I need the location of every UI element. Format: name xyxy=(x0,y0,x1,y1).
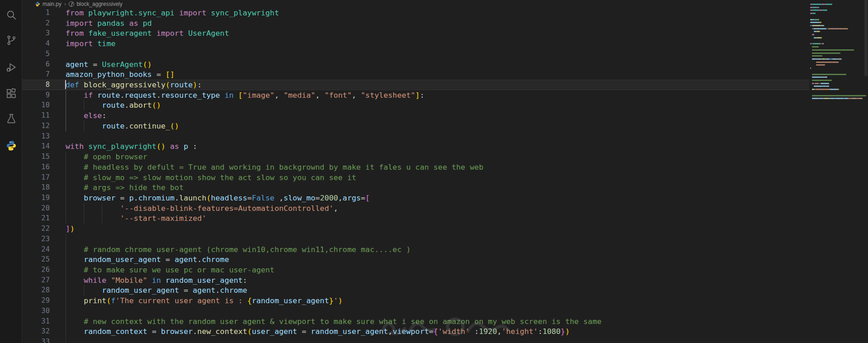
line-number: 8 xyxy=(22,80,50,90)
code-line-content: random_user_agent = agent.chrome xyxy=(66,254,809,265)
indent-guide xyxy=(66,193,66,203)
code-line[interactable]: 27 while "Mobile" in random_user_agent: xyxy=(22,275,809,286)
code-line[interactable]: 24 # random chrome user-agent (chrome wi… xyxy=(22,244,809,255)
line-number: 10 xyxy=(22,100,50,110)
indent-guide xyxy=(66,213,66,224)
extensions-icon[interactable] xyxy=(5,87,18,100)
indent-guide xyxy=(66,275,66,286)
code-line-content: if route.request.resource_type in ["imag… xyxy=(66,90,809,100)
breadcrumb-file[interactable]: main.py xyxy=(42,1,61,7)
code-line[interactable]: 33 xyxy=(22,337,809,343)
minimap-line xyxy=(810,52,840,54)
code-line[interactable]: 12 route.continue_() xyxy=(22,121,809,131)
minimap-line xyxy=(810,58,842,60)
minimap-line xyxy=(810,34,814,35)
code-line[interactable]: 16 # headless by defult = True and worki… xyxy=(22,162,809,172)
indent-guide xyxy=(84,203,84,214)
indent-guide xyxy=(84,100,84,110)
code-line[interactable]: 1from playwright.sync_api import sync_pl… xyxy=(22,8,809,18)
code-line-content: browser = p.chromium.launch(headless=Fal… xyxy=(66,193,809,203)
minimap-line xyxy=(810,86,829,87)
minimap-line xyxy=(810,28,848,29)
code-line[interactable]: 32 random_context = browser.new_context(… xyxy=(22,326,809,337)
code-line[interactable]: 9 if route.request.resource_type in ["im… xyxy=(22,90,809,100)
source-control-icon[interactable] xyxy=(5,34,18,47)
code-line-content: agent = UserAgent() xyxy=(66,59,809,70)
breadcrumb-symbol[interactable]: block_aggressively xyxy=(76,1,122,7)
code-line[interactable]: 28 random_user_agent = agent.chrome xyxy=(22,285,809,295)
code-line[interactable]: 26 # to make sure we use pc or mac user-… xyxy=(22,265,809,275)
code-line-content: route.continue_() xyxy=(66,121,809,131)
line-number: 5 xyxy=(22,49,50,59)
code-line-content: '--disable-blink-features=AutomationCont… xyxy=(66,203,809,214)
minimap-line xyxy=(810,95,866,96)
code-line-content: # open browser xyxy=(66,152,809,162)
line-number: 26 xyxy=(22,265,50,275)
code-area[interactable]: 1from playwright.sync_api import sync_pl… xyxy=(22,8,809,343)
code-line[interactable]: 31 # new context with the random user ag… xyxy=(22,316,809,327)
code-line-content xyxy=(66,131,809,142)
code-line[interactable]: 13 xyxy=(22,131,809,142)
code-line[interactable]: 19 browser = p.chromium.launch(headless=… xyxy=(22,193,809,203)
indent-guide xyxy=(66,162,66,172)
code-line-content: while "Mobile" in random_user_agent: xyxy=(66,275,809,286)
line-number: 21 xyxy=(22,213,50,224)
code-line[interactable]: 10 route.abort() xyxy=(22,100,809,110)
line-number: 4 xyxy=(22,38,50,49)
code-line[interactable]: 29 print(f'The current user agent is : {… xyxy=(22,295,809,306)
code-line[interactable]: 4import time xyxy=(22,38,809,49)
code-line[interactable]: 15 # open browser xyxy=(22,152,809,162)
code-line[interactable]: 2import pandas as pd xyxy=(22,18,809,29)
indent-guide xyxy=(66,265,66,275)
code-line-content: # slow_mo => slow motion show the act sl… xyxy=(66,172,809,183)
indent-guide xyxy=(102,213,102,224)
code-line[interactable]: 5 xyxy=(22,49,809,59)
code-line[interactable]: 25 random_user_agent = agent.chrome xyxy=(22,254,809,265)
code-line[interactable]: 3from fake_useragent import UserAgent xyxy=(22,28,809,38)
code-line-content: # to make sure we use pc or mac user-age… xyxy=(66,265,809,275)
python-extension-icon[interactable] xyxy=(5,139,18,152)
indent-guide xyxy=(84,285,84,295)
line-number: 1 xyxy=(22,8,50,18)
minimap-line xyxy=(810,37,822,38)
run-debug-icon[interactable] xyxy=(5,61,18,74)
code-line-content: # new context with the random user agent… xyxy=(66,316,809,327)
code-line[interactable]: 6agent = UserAgent() xyxy=(22,59,809,70)
code-line[interactable]: 30 xyxy=(22,306,809,316)
line-number: 32 xyxy=(22,326,50,337)
minimap-line xyxy=(810,55,822,57)
code-line-content xyxy=(66,49,809,59)
line-number: 31 xyxy=(22,316,50,327)
search-icon[interactable] xyxy=(5,9,18,21)
code-line-content xyxy=(66,234,809,244)
line-number: 7 xyxy=(22,69,50,80)
code-line[interactable]: 7amazon_python_books = [] xyxy=(22,69,809,80)
code-line[interactable]: 11 else: xyxy=(22,110,809,121)
symbol-function-icon: ƒ xyxy=(69,1,74,7)
minimap-line xyxy=(810,13,816,14)
code-line[interactable]: 23 xyxy=(22,234,809,244)
vscode-editor-window: main.py › ƒ block_aggressively 1from pla… xyxy=(0,0,868,343)
code-line[interactable]: 17 # slow_mo => slow motion show the act… xyxy=(22,172,809,183)
indent-guide xyxy=(66,306,66,316)
line-number: 25 xyxy=(22,254,50,265)
line-number: 24 xyxy=(22,244,50,255)
breadcrumb-separator: › xyxy=(64,0,66,7)
testing-flask-icon[interactable] xyxy=(5,112,18,125)
line-number: 11 xyxy=(22,110,50,121)
code-line[interactable]: 8def block_aggressively(route): xyxy=(22,80,809,90)
code-line[interactable]: 18 # args => hide the bot xyxy=(22,182,809,193)
code-line[interactable]: 20 '--disable-blink-features=AutomationC… xyxy=(22,203,809,214)
code-line-content: from fake_useragent import UserAgent xyxy=(66,28,809,38)
minimap[interactable] xyxy=(809,4,864,338)
code-line-content: import pandas as pd xyxy=(66,18,809,29)
code-line-content: route.abort() xyxy=(66,100,809,110)
line-number: 14 xyxy=(22,141,50,152)
line-number: 27 xyxy=(22,275,50,286)
code-line[interactable]: 14with sync_playwright() as p : xyxy=(22,141,809,152)
code-line[interactable]: 22]) xyxy=(22,224,809,234)
scrollbar-thumb[interactable] xyxy=(864,0,868,76)
code-line[interactable]: 21 '--start-maximized' xyxy=(22,213,809,224)
indent-guide xyxy=(66,121,66,131)
minimap-line xyxy=(810,22,821,23)
